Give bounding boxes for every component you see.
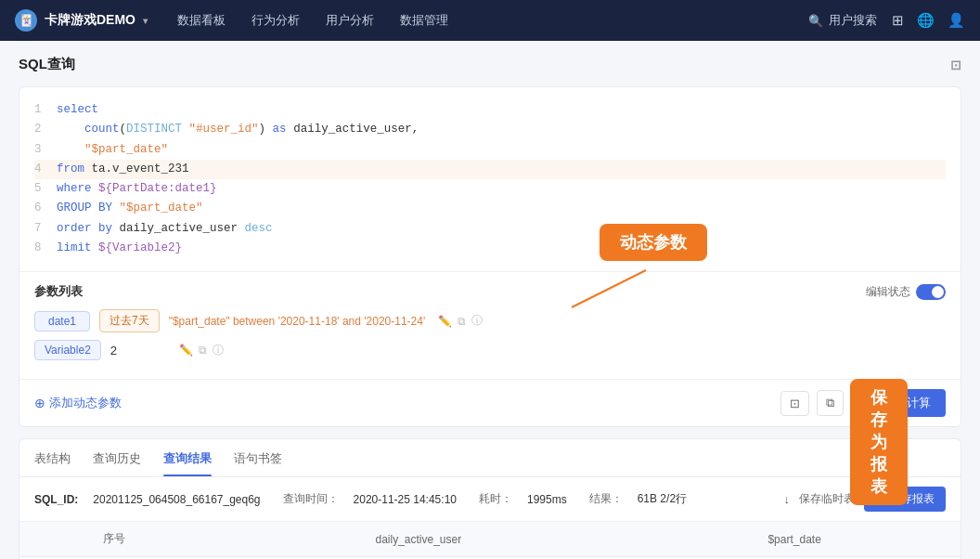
sql-line-5: 5 where ${PartDate:date1} <box>34 179 946 199</box>
annotation-container: 1 select 2 count(DISTINCT "#user_id") as… <box>19 86 961 427</box>
tab-list: 表结构 查询历史 查询结果 语句书签 <box>19 439 961 477</box>
col-index: 序号 <box>19 522 208 557</box>
search-button[interactable]: 🔍 用户搜索 <box>808 12 877 29</box>
page-content: SQL查询 ⊡ 1 select 2 count(DISTINCT "#user… <box>0 41 980 559</box>
results-section: 表结构 查询历史 查询结果 语句书签 SQL_ID: 20201125_0645… <box>19 438 961 559</box>
nav-user[interactable]: 用户分析 <box>326 8 374 32</box>
param-value-date1: "$part_date" between '2020-11-18' and '2… <box>169 315 426 328</box>
save-temp-button[interactable]: 保存临时表 <box>799 491 855 507</box>
topnav-icons: ⊞ 🌐 👤 <box>892 12 965 29</box>
add-param-button[interactable]: ⊕ 添加动态参数 <box>34 395 122 411</box>
brand[interactable]: 🃏 卡牌游戏DEMO ▾ <box>15 9 148 32</box>
tabs: 表结构 查询历史 查询结果 语句书签 <box>19 438 961 477</box>
sql-line-2: 2 count(DISTINCT "#user_id") as daily_ac… <box>34 120 946 139</box>
annotation-bubble-save: 保存为报表 <box>850 379 908 505</box>
grid-icon[interactable]: ⊞ <box>892 12 904 29</box>
edit-toggle[interactable]: 编辑状态 <box>866 284 946 300</box>
col-dau: daily_active_user <box>208 522 628 557</box>
query-time-label: 查询时间： <box>283 491 339 507</box>
param-actions-date1: ✏️ ⧉ ⓘ <box>438 313 483 329</box>
copy-icon-date1[interactable]: ⧉ <box>458 315 466 328</box>
sql-line-3: 3 "$part_date" <box>34 140 946 160</box>
tab-query-results[interactable]: 查询结果 <box>163 439 212 476</box>
globe-icon[interactable]: 🌐 <box>917 12 935 29</box>
user-icon[interactable]: 👤 <box>948 12 965 29</box>
result-value: 61B 2/2行 <box>638 491 687 507</box>
results-table: 序号 daily_active_user $part_date 1 7186 2… <box>19 522 961 559</box>
param-row-variable2: Variable2 2 ✏️ ⧉ ⓘ <box>34 340 946 360</box>
topnav-right: 🔍 用户搜索 ⊞ 🌐 👤 <box>808 12 965 29</box>
page-title-bar: SQL查询 ⊡ <box>19 56 961 73</box>
download-icon[interactable]: ↓ <box>784 492 791 506</box>
nav-behavior[interactable]: 行为分析 <box>251 8 300 32</box>
search-label: 用户搜索 <box>829 12 877 29</box>
sql-line-1: 1 select <box>34 100 946 120</box>
edit-icon-var2[interactable]: ✏️ <box>179 344 193 357</box>
brand-icon: 🃏 <box>15 9 37 32</box>
sql-editor[interactable]: 1 select 2 count(DISTINCT "#user_id") as… <box>19 87 961 271</box>
toggle-knob <box>932 286 944 298</box>
brand-arrow: ▾ <box>143 16 148 26</box>
copy-icon-var2[interactable]: ⧉ <box>199 344 207 357</box>
svg-line-0 <box>572 270 646 307</box>
add-param-label: 添加动态参数 <box>49 395 122 411</box>
topnav-menu: 数据看板 行为分析 用户分析 数据管理 <box>177 8 779 32</box>
tab-bookmarks[interactable]: 语句书签 <box>234 439 282 476</box>
results-header-row: 序号 daily_active_user $part_date <box>19 522 961 557</box>
sql-toolbar: ⊕ 添加动态参数 ⊡ ⧉ 🔖 计算 <box>19 379 961 426</box>
sql-id-value: 20201125_064508_66167_geq6g <box>93 493 260 506</box>
edit-icon-date1[interactable]: ✏️ <box>438 315 452 328</box>
results-meta-row: SQL_ID: 20201125_064508_66167_geq6g 查询时间… <box>19 477 961 522</box>
nav-dashboard[interactable]: 数据看板 <box>177 8 226 32</box>
info-icon-date1[interactable]: ⓘ <box>471 313 483 329</box>
sql-line-4: 4 from ta.v_event_231 <box>34 160 946 179</box>
info-icon-var2[interactable]: ⓘ <box>213 343 224 358</box>
toggle-switch[interactable] <box>916 284 946 300</box>
table-icon-btn[interactable]: ⊡ <box>780 391 809 416</box>
sql-line-6: 6 GROUP BY "$part_date" <box>34 199 946 218</box>
page-title: SQL查询 <box>19 56 75 73</box>
col-date: $part_date <box>628 522 961 557</box>
search-icon: 🔍 <box>808 14 823 28</box>
params-title: 参数列表 <box>34 283 83 300</box>
plus-icon: ⊕ <box>34 396 45 410</box>
page-title-icon[interactable]: ⊡ <box>950 58 961 72</box>
duration-label: 耗时： <box>479 491 512 507</box>
sql-id-label: SQL_ID: <box>34 493 78 506</box>
edit-toggle-label: 编辑状态 <box>866 284 910 300</box>
results-table-head: 序号 daily_active_user $part_date <box>19 522 961 557</box>
param-tag-variable2: Variable2 <box>34 340 101 360</box>
param-range-date1: 过去7天 <box>99 309 160 332</box>
annotation-dynamic-params: 动态参数 <box>572 224 813 329</box>
topnav: 🃏 卡牌游戏DEMO ▾ 数据看板 行为分析 用户分析 数据管理 🔍 用户搜索 … <box>0 0 980 41</box>
nav-data-manage[interactable]: 数据管理 <box>400 8 448 32</box>
tab-query-history[interactable]: 查询历史 <box>93 439 141 476</box>
copy-btn[interactable]: ⧉ <box>817 390 844 416</box>
annotation-bubble-dynamic: 动态参数 <box>600 224 707 261</box>
param-actions-variable2: ✏️ ⧉ ⓘ <box>179 343 224 358</box>
brand-label: 卡牌游戏DEMO <box>45 12 135 29</box>
tab-table-structure[interactable]: 表结构 <box>34 439 71 476</box>
query-time-value: 2020-11-25 14:45:10 <box>354 493 457 506</box>
duration-value: 1995ms <box>527 493 567 506</box>
sql-editor-card: 1 select 2 count(DISTINCT "#user_id") as… <box>19 86 961 427</box>
param-value-variable2: 2 <box>110 344 166 358</box>
param-tag-date1: date1 <box>34 311 90 332</box>
params-section: 参数列表 编辑状态 date1 过去7天 "$part_date" betwee… <box>19 271 961 379</box>
result-label: 结果： <box>589 491 623 507</box>
results-card: SQL_ID: 20201125_064508_66167_geq6g 查询时间… <box>19 477 961 559</box>
